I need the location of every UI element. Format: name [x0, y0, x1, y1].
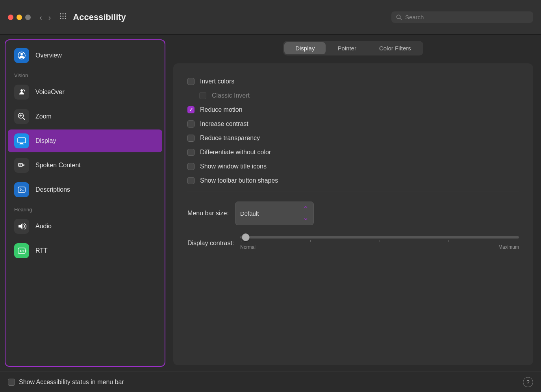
sidebar-rtt-label: RTT [35, 247, 48, 254]
grid-button[interactable] [58, 11, 68, 23]
settings-panel: Invert colors Classic Invert Reduce moti… [173, 63, 533, 365]
tab-bar: Display Pointer Color Filters [173, 41, 533, 55]
search-box[interactable] [391, 11, 533, 23]
sidebar-item-spoken[interactable]: Spoken Content [8, 154, 162, 177]
search-icon [396, 14, 402, 20]
sidebar-item-overview[interactable]: Overview [8, 44, 162, 67]
back-button[interactable]: ‹ [37, 12, 44, 23]
sidebar-item-voiceover[interactable]: VoiceOver [8, 81, 162, 104]
window-title-checkbox[interactable] [187, 163, 195, 170]
invert-colors-row: Invert colors [187, 74, 519, 89]
search-input[interactable] [405, 14, 528, 20]
svg-rect-20 [19, 144, 24, 144]
zoom-icon [14, 109, 29, 124]
tab-pointer[interactable]: Pointer [326, 42, 367, 54]
audio-icon [14, 219, 29, 234]
svg-point-7 [63, 18, 64, 19]
sidebar-item-display[interactable]: Display [8, 129, 162, 152]
sidebar-voiceover-label: VoiceOver [35, 89, 65, 96]
svg-point-1 [63, 13, 64, 15]
menu-bar-size-label: Menu bar size: [187, 210, 229, 217]
increase-contrast-checkbox[interactable] [187, 120, 195, 128]
toolbar-shapes-checkbox[interactable] [187, 177, 195, 184]
menu-bar-row: Menu bar size: Default ⌃⌄ [187, 196, 519, 231]
select-arrows-icon: ⌃⌄ [303, 205, 309, 222]
sidebar-item-zoom[interactable]: Zoom [8, 105, 162, 128]
slider-labels: Normal Maximum [240, 244, 519, 250]
close-button[interactable] [8, 15, 13, 20]
classic-invert-checkbox[interactable] [199, 92, 206, 99]
invert-colors-checkbox[interactable] [187, 78, 195, 85]
hearing-section-label: Hearing [6, 202, 165, 214]
svg-point-6 [60, 18, 61, 19]
differentiate-checkbox[interactable] [187, 149, 195, 156]
svg-line-10 [400, 18, 402, 20]
reduce-transparency-label: Reduce transparency [200, 135, 260, 142]
divider-1 [187, 192, 519, 192]
svg-marker-26 [19, 223, 22, 229]
menu-bar-select[interactable]: Default ⌃⌄ [235, 202, 314, 225]
increase-contrast-row: Increase contrast [187, 117, 519, 131]
svg-rect-19 [20, 143, 23, 144]
classic-invert-label: Classic Invert [212, 92, 250, 99]
status-menu-bar-label: Show Accessibility status in menu bar [19, 379, 124, 386]
tab-group: Display Pointer Color Filters [283, 41, 423, 55]
window-title-label: Show window title icons [200, 163, 267, 170]
tab-color-filters[interactable]: Color Filters [368, 42, 422, 54]
svg-point-0 [60, 13, 61, 15]
differentiate-row: Differentiate without color [187, 145, 519, 159]
sidebar-item-rtt[interactable]: RTT RTT [8, 239, 162, 262]
sidebar-item-audio[interactable]: Audio [8, 215, 162, 238]
spoken-icon [14, 158, 29, 173]
svg-point-12 [20, 53, 23, 55]
sidebar-spoken-label: Spoken Content [35, 162, 81, 169]
differentiate-label: Differentiate without color [200, 149, 271, 156]
main-content: Overview Vision VoiceOver [0, 35, 541, 372]
tab-display[interactable]: Display [284, 42, 326, 54]
overview-icon [14, 48, 29, 63]
slider-normal-label: Normal [240, 244, 256, 250]
sidebar-audio-label: Audio [35, 223, 52, 230]
svg-point-2 [65, 13, 66, 15]
voiceover-icon [14, 85, 29, 100]
minimize-button[interactable] [17, 15, 22, 20]
sidebar-display-label: Display [35, 137, 56, 144]
forward-button[interactable]: › [46, 12, 54, 23]
right-panel: Display Pointer Color Filters Invert col… [165, 35, 541, 372]
menu-bar-value: Default [240, 210, 259, 217]
svg-line-15 [23, 118, 25, 120]
contrast-slider-thumb[interactable] [242, 233, 250, 241]
reduce-motion-checkbox[interactable] [187, 106, 195, 113]
svg-point-4 [63, 16, 64, 17]
rtt-icon: RTT [14, 243, 29, 258]
contrast-slider-track[interactable] [240, 236, 519, 239]
page-title: Accessibility [73, 12, 391, 22]
reduce-motion-row: Reduce motion [187, 103, 519, 117]
sidebar-descriptions-label: Descriptions [35, 186, 70, 193]
sidebar: Overview Vision VoiceOver [5, 39, 165, 367]
svg-point-3 [60, 16, 61, 17]
titlebar: ‹ › Accessibility [0, 0, 541, 35]
reduce-transparency-row: Reduce transparency [187, 131, 519, 145]
descriptions-icon [14, 182, 29, 197]
bottom-bar: Show Accessibility status in menu bar ? [0, 372, 541, 392]
sidebar-zoom-label: Zoom [35, 113, 52, 120]
bottom-checkbox-row: Show Accessibility status in menu bar [8, 379, 124, 386]
help-button[interactable]: ? [523, 377, 533, 387]
invert-colors-label: Invert colors [200, 78, 234, 85]
slider-container: Normal Maximum [240, 236, 519, 250]
traffic-lights [8, 15, 31, 20]
reduce-motion-label: Reduce motion [200, 106, 243, 113]
maximize-button[interactable] [25, 15, 31, 20]
sidebar-item-descriptions[interactable]: Descriptions [8, 178, 162, 201]
reduce-transparency-checkbox[interactable] [187, 135, 195, 142]
slider-maximum-label: Maximum [498, 244, 519, 250]
svg-point-13 [20, 89, 23, 92]
toolbar-shapes-row: Show toolbar button shapes [187, 174, 519, 188]
display-contrast-label: Display contrast: [187, 240, 234, 247]
status-menu-bar-checkbox[interactable] [8, 379, 15, 386]
svg-text:RTT: RTT [20, 249, 26, 253]
svg-point-5 [65, 16, 66, 17]
svg-point-8 [65, 18, 66, 19]
window-title-row: Show window title icons [187, 159, 519, 174]
